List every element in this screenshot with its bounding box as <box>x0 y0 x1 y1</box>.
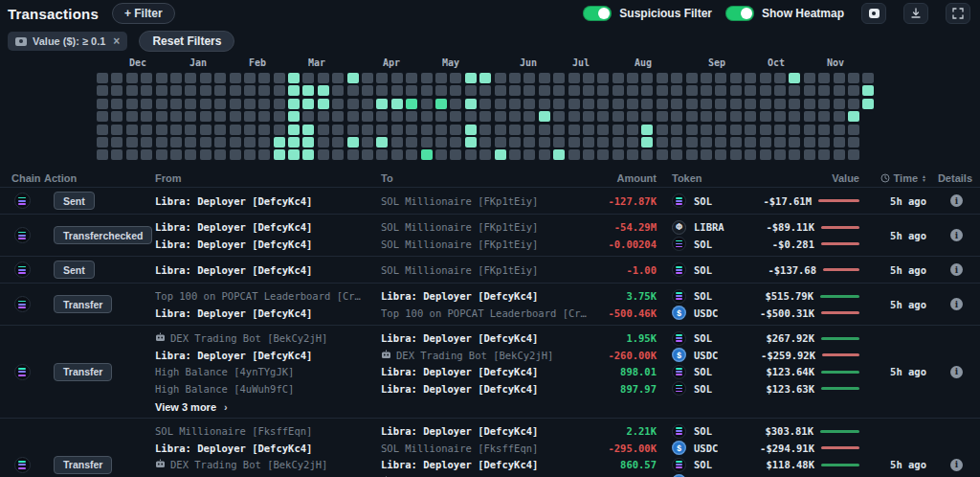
heatmap-cell[interactable] <box>302 85 314 96</box>
heatmap-cell[interactable] <box>834 99 845 109</box>
heatmap-cell[interactable] <box>214 111 226 122</box>
heatmap-cell[interactable] <box>862 85 874 96</box>
heatmap-cell[interactable] <box>170 111 182 122</box>
heatmap-cell[interactable] <box>421 137 433 148</box>
heatmap-cell[interactable] <box>465 125 477 135</box>
heatmap-cell[interactable] <box>523 149 535 160</box>
heatmap-cell[interactable] <box>715 99 726 109</box>
heatmap-cell[interactable] <box>583 149 594 160</box>
heatmap-cell[interactable] <box>185 149 196 160</box>
heatmap-cell[interactable] <box>391 73 403 83</box>
heatmap-cell[interactable] <box>141 149 152 160</box>
heatmap-cell[interactable] <box>200 137 212 148</box>
heatmap-cell[interactable] <box>523 73 535 83</box>
heatmap-cell[interactable] <box>495 149 506 160</box>
heatmap-cell[interactable] <box>701 149 712 160</box>
heatmap-cell[interactable] <box>848 149 859 160</box>
heatmap-cell[interactable] <box>597 73 609 83</box>
download-button[interactable] <box>903 3 928 24</box>
heatmap-cell[interactable] <box>730 99 742 109</box>
heatmap-cell[interactable] <box>214 99 226 109</box>
heatmap-cell[interactable] <box>156 73 167 83</box>
heatmap-cell[interactable] <box>406 111 417 122</box>
heatmap-cell[interactable] <box>126 85 138 96</box>
heatmap-cell[interactable] <box>185 111 196 122</box>
heatmap-cell[interactable] <box>406 137 417 148</box>
heatmap-cell[interactable] <box>376 137 388 148</box>
heatmap-cell[interactable] <box>612 73 624 83</box>
heatmap-cell[interactable] <box>274 73 285 83</box>
heatmap-cell[interactable] <box>523 111 535 122</box>
heatmap-cell[interactable] <box>258 111 270 122</box>
heatmap-cell[interactable] <box>612 149 624 160</box>
heatmap-cell[interactable] <box>479 73 491 83</box>
screenshot-button[interactable] <box>861 3 886 24</box>
heatmap-cell[interactable] <box>834 111 845 122</box>
heatmap-cell[interactable] <box>834 149 845 160</box>
add-filter-button[interactable]: + Filter <box>112 3 175 24</box>
heatmap-cell[interactable] <box>627 149 638 160</box>
heatmap-cell[interactable] <box>715 137 726 148</box>
heatmap-cell[interactable] <box>376 149 388 160</box>
heatmap-cell[interactable] <box>848 137 859 148</box>
heatmap-cell[interactable] <box>789 137 800 148</box>
heatmap-cell[interactable] <box>701 125 712 135</box>
heatmap-cell[interactable] <box>745 137 756 148</box>
heatmap-cell[interactable] <box>789 73 800 83</box>
heatmap-cell[interactable] <box>760 73 771 83</box>
to-address[interactable]: DEX Trading Bot [BekCy2jH] <box>381 350 603 361</box>
heatmap-cell[interactable] <box>391 149 403 160</box>
heatmap-cell[interactable] <box>789 85 800 96</box>
solana-chain-icon[interactable] <box>14 261 31 278</box>
heatmap-cell[interactable] <box>804 85 815 96</box>
heatmap-cell[interactable] <box>332 73 344 83</box>
heatmap-cell[interactable] <box>318 137 329 148</box>
from-address[interactable]: High Balance [4ynTYgJK] <box>155 366 381 377</box>
heatmap-cell[interactable] <box>214 125 226 135</box>
heatmap-cell[interactable] <box>141 137 152 148</box>
heatmap-cell[interactable] <box>760 111 771 122</box>
solana-chain-icon[interactable] <box>14 364 31 380</box>
heatmap-cell[interactable] <box>230 99 241 109</box>
heatmap-cell[interactable] <box>612 99 624 109</box>
heatmap-cell[interactable] <box>657 85 668 96</box>
heatmap-cell[interactable] <box>288 111 300 122</box>
from-address[interactable]: Top 100 on POPCAT Leaderboard [Cr… <box>155 290 381 302</box>
heatmap-cell[interactable] <box>230 125 241 135</box>
heatmap-cell[interactable] <box>111 111 122 122</box>
heatmap-cell[interactable] <box>244 137 256 148</box>
heatmap-cell[interactable] <box>597 111 609 122</box>
heatmap-cell[interactable] <box>450 73 461 83</box>
heatmap-cell[interactable] <box>376 111 388 122</box>
heatmap-cell[interactable] <box>657 111 668 122</box>
heatmap-cell[interactable] <box>848 111 859 122</box>
heatmap-cell[interactable] <box>244 125 256 135</box>
heatmap-cell[interactable] <box>539 137 550 148</box>
suspicious-filter-toggle[interactable] <box>583 6 612 21</box>
heatmap-cell[interactable] <box>170 73 182 83</box>
heatmap-cell[interactable] <box>627 99 638 109</box>
heatmap-cell[interactable] <box>479 85 491 96</box>
heatmap-cell[interactable] <box>862 99 874 109</box>
heatmap-cell[interactable] <box>318 149 329 160</box>
heatmap-cell[interactable] <box>111 73 122 83</box>
heatmap-cell[interactable] <box>288 73 300 83</box>
heatmap-cell[interactable] <box>435 85 447 96</box>
heatmap-cell[interactable] <box>523 125 535 135</box>
heatmap-cell[interactable] <box>435 73 447 83</box>
heatmap-cell[interactable] <box>185 99 196 109</box>
heatmap-cell[interactable] <box>170 99 182 109</box>
heatmap-cell[interactable] <box>479 99 491 109</box>
heatmap-cell[interactable] <box>553 85 565 96</box>
heatmap-cell[interactable] <box>391 137 403 148</box>
heatmap-cell[interactable] <box>568 149 580 160</box>
heatmap-cell[interactable] <box>745 85 756 96</box>
heatmap-cell[interactable] <box>244 85 256 96</box>
heatmap-cell[interactable] <box>362 137 373 148</box>
solana-chain-icon[interactable] <box>14 296 31 312</box>
heatmap-cell[interactable] <box>671 149 682 160</box>
heatmap-cell[interactable] <box>362 99 373 109</box>
heatmap-cell[interactable] <box>302 137 314 148</box>
heatmap-cell[interactable] <box>539 111 550 122</box>
details-info-button[interactable]: i <box>950 194 963 207</box>
